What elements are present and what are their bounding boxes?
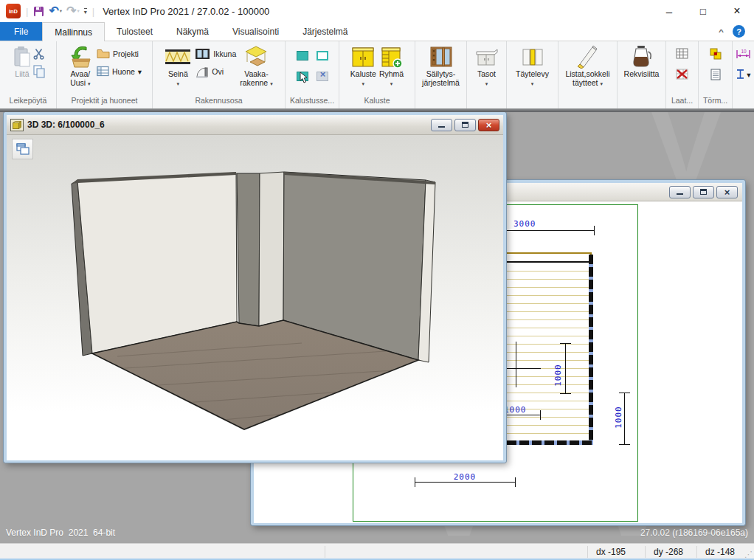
tab-mallinnus[interactable]: Mallinnus	[42, 22, 105, 41]
filler-panel-icon	[522, 44, 544, 70]
3d-restore-button[interactable]	[454, 119, 476, 131]
cursor-arrow-icon	[300, 72, 308, 83]
cut-button[interactable]	[33, 46, 45, 61]
ribbon-group-fixture-wall: × Kalustusse...	[286, 41, 339, 108]
window-button[interactable]: Ikkuna	[195, 46, 236, 61]
minimize-icon	[677, 193, 683, 195]
storage-system-button[interactable]: Säilytys- järjestelmä	[421, 43, 461, 96]
2d-restore-button[interactable]	[693, 186, 714, 198]
window-icon	[195, 47, 210, 61]
tile-grid-button[interactable]	[676, 46, 688, 61]
collision-check-button[interactable]	[709, 46, 722, 61]
group-label-building-parts: Rakennusosa	[153, 96, 285, 108]
3d-minimize-button[interactable]	[431, 119, 452, 131]
fixture-wall-select-button[interactable]	[293, 66, 312, 86]
redo-dropdown-arrow-icon: ▾	[77, 8, 79, 14]
ribbon-group-storage: Säilytys- järjestelmä	[415, 41, 467, 108]
2d-minimize-button[interactable]	[669, 186, 691, 198]
3d-room-render[interactable]	[7, 135, 503, 460]
delete-rectangle-icon: ×	[317, 72, 328, 81]
dropdown-arrow-icon: ▾	[747, 70, 750, 79]
mdi-app-version-right: 27.0.02 (r186169-06e165a)	[640, 528, 748, 538]
fixture-wall-delete-button[interactable]: ×	[313, 66, 332, 86]
ribbon-group-projects-rooms: Avaa/ Uusi ▾ Projekti	[57, 41, 153, 108]
room-button[interactable]: Huone ▾	[97, 64, 142, 78]
document-icon	[710, 69, 721, 80]
collapse-ribbon-button[interactable]: ^	[719, 27, 724, 35]
maximize-button[interactable]: □	[686, 0, 720, 22]
props-button[interactable]: Rekvisiitta	[623, 43, 661, 96]
quick-access-toolbar: ↶ ▾ ↷ ▾ ▾	[33, 6, 86, 17]
status-dx: dx -195	[596, 547, 626, 557]
tile-grid-delete-button[interactable]	[676, 67, 688, 81]
dimension-label: 1000	[553, 361, 563, 390]
filler-panel-button[interactable]: Täytelevy ▾	[514, 43, 550, 96]
dimension-button[interactable]: 10	[736, 46, 751, 61]
3d-close-button[interactable]: ×	[478, 119, 499, 131]
door-icon	[195, 65, 209, 78]
redo-button[interactable]: ↷ ▾	[66, 6, 80, 16]
group-label-projects-rooms: Projektit ja huoneet	[57, 96, 152, 108]
window-title: Vertex InD Pro 2021 / 27.0.02 - 100000	[103, 6, 269, 17]
undo-button[interactable]: ↶ ▾	[49, 6, 62, 16]
copy-button[interactable]	[33, 64, 45, 78]
wall-icon	[165, 44, 191, 70]
fixture-wall-outline-button[interactable]	[313, 46, 332, 66]
3d-window-titlebar[interactable]: 3D 3D: 6/100000_6 ×	[7, 115, 503, 135]
app-logo-icon: InD	[6, 4, 21, 18]
project-button[interactable]: Projekti	[97, 46, 142, 61]
horizontal-structure-button[interactable]: Vaaka- rakenne ▾	[238, 43, 274, 96]
close-button[interactable]: ×	[720, 0, 754, 22]
status-bar: dx -195 dy -268 dz -148 ⋰	[0, 543, 754, 560]
dimension-label: 1000	[614, 403, 623, 432]
tab-tulosteet[interactable]: Tulosteet	[105, 22, 165, 41]
paste-icon	[13, 44, 32, 70]
mdi-app-version-left: Vertex InD Pro 2021 64-bit	[6, 528, 115, 538]
ribbon: Liitä	[0, 41, 754, 108]
group-label-tiles: Laat...	[666, 96, 698, 108]
dropdown-arrow-icon: ▾	[485, 81, 488, 86]
save-button[interactable]	[33, 6, 44, 17]
paste-button[interactable]: Liitä	[11, 43, 33, 96]
dimension-label: 1000	[504, 405, 527, 415]
wall-button[interactable]: Seinä ▾	[163, 43, 193, 96]
ribbon-tab-row: File Mallinnus Tulosteet Näkymä Visualis…	[0, 22, 754, 41]
minimize-button[interactable]: –	[652, 0, 686, 22]
fixture-button[interactable]: Kaluste ▾	[349, 43, 378, 96]
3d-view-window[interactable]: 3D 3D: 6/100000_6 ×	[4, 112, 506, 463]
title-bar: InD | ↶ ▾ ↷ ▾ ▾ | Vertex InD Pro 202	[0, 0, 754, 22]
help-button[interactable]: ?	[733, 25, 745, 38]
customize-quick-access-button[interactable]: ▾	[84, 8, 87, 15]
tab-visualisointi[interactable]: Visualisointi	[221, 22, 291, 41]
left-wall	[77, 173, 237, 353]
tab-jarjestelma[interactable]: Järjestelmä	[291, 22, 359, 41]
ribbon-group-dimensions: 10 ▾	[733, 41, 754, 108]
ribbon-group-tiles: Laat...	[666, 41, 699, 108]
undo-dropdown-arrow-icon[interactable]: ▾	[60, 8, 62, 14]
tops-button[interactable]: Tasot ▾	[474, 43, 500, 96]
group-label-fixture-wall: Kalustusse...	[286, 96, 339, 108]
height-dimension-button[interactable]: ▾	[736, 67, 751, 81]
door-button[interactable]: Ovi	[195, 64, 236, 78]
strips-button[interactable]: Listat,sokkeli täytteet ▾	[564, 43, 611, 96]
group-label-fixture: Kaluste	[339, 96, 415, 108]
coffee-pot-icon	[629, 44, 653, 70]
3d-viewport[interactable]	[7, 135, 503, 460]
ribbon-group-collision: Törm...	[699, 41, 733, 108]
collision-report-button[interactable]	[709, 67, 722, 81]
horizontal-structure-icon	[243, 44, 269, 70]
viewport-windows-button[interactable]	[12, 139, 33, 159]
fixture-wall-filled-button[interactable]	[293, 46, 312, 66]
dropdown-arrow-icon: ▾	[390, 81, 393, 86]
open-new-button[interactable]: Avaa/ Uusi ▾	[67, 43, 94, 96]
status-dz: dz -148	[705, 547, 735, 557]
tab-file[interactable]: File	[0, 22, 42, 41]
open-new-icon	[69, 44, 92, 70]
molding-strip-icon	[575, 44, 599, 70]
redo-icon: ↷	[66, 6, 76, 16]
dropdown-arrow-icon: ▾	[88, 81, 91, 86]
tab-nakyma[interactable]: Näkymä	[165, 22, 221, 41]
dropdown-arrow-icon: ▾	[362, 81, 365, 86]
fixture-group-button[interactable]: Ryhmä ▾	[378, 43, 405, 96]
2d-close-button[interactable]: ×	[716, 186, 738, 198]
